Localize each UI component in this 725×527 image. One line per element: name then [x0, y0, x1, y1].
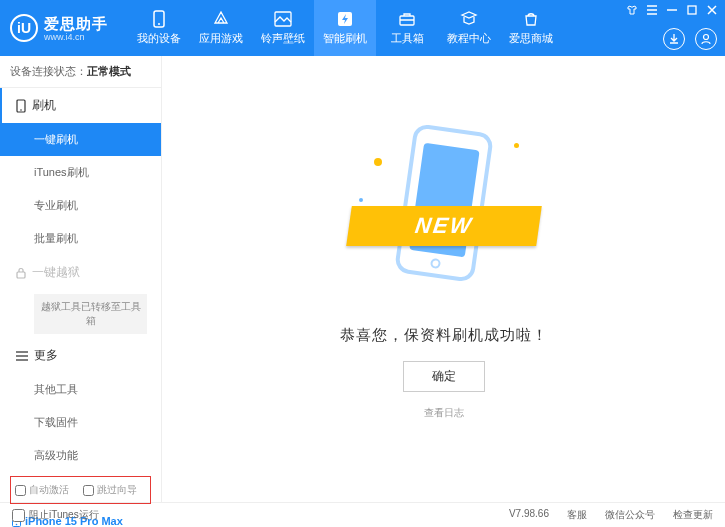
- nav-label: 工具箱: [391, 31, 424, 46]
- image-icon: [273, 10, 293, 28]
- flash-icon: [335, 10, 355, 28]
- app-subtitle: www.i4.cn: [44, 32, 108, 42]
- group-label: 一键越狱: [32, 264, 80, 281]
- svg-rect-6: [688, 6, 696, 14]
- user-icon[interactable]: [695, 28, 717, 50]
- nav-store[interactable]: 爱思商城: [500, 0, 562, 56]
- nav-toolbox[interactable]: 工具箱: [376, 0, 438, 56]
- checks-highlighted: 自动激活 跳过向导: [10, 476, 151, 504]
- nav-label: 铃声壁纸: [261, 31, 305, 46]
- status-label: 设备连接状态：: [10, 65, 87, 77]
- window-controls: [625, 3, 719, 17]
- nav-my-device[interactable]: 我的设备: [128, 0, 190, 56]
- sidebar-item-download-firmware[interactable]: 下载固件: [0, 406, 161, 439]
- checkbox[interactable]: [15, 485, 26, 496]
- menu-group-more[interactable]: 更多: [0, 338, 161, 373]
- version-label: V7.98.66: [509, 508, 549, 522]
- view-log-link[interactable]: 查看日志: [424, 406, 464, 420]
- checkbox[interactable]: [83, 485, 94, 496]
- footer-link-update[interactable]: 检查更新: [673, 508, 713, 522]
- sidebar-item-batch-flash[interactable]: 批量刷机: [0, 222, 161, 255]
- device-icon: [149, 10, 169, 28]
- status-value: 正常模式: [87, 65, 131, 77]
- phone-icon: [16, 99, 26, 113]
- svg-point-1: [158, 23, 160, 25]
- menu-group-flash[interactable]: 刷机: [0, 88, 161, 123]
- checkbox[interactable]: [12, 509, 25, 522]
- menu-icon[interactable]: [645, 3, 659, 17]
- menu-group-jailbreak: 一键越狱: [0, 255, 161, 290]
- store-icon: [521, 10, 541, 28]
- logo: iU 爱思助手 www.i4.cn: [10, 14, 108, 42]
- footer-link-support[interactable]: 客服: [567, 508, 587, 522]
- jailbreak-note: 越狱工具已转移至工具箱: [34, 294, 147, 334]
- sidebar-item-oneclick-flash[interactable]: 一键刷机: [0, 123, 161, 156]
- nav-label: 智能刷机: [323, 31, 367, 46]
- connection-status: 设备连接状态：正常模式: [0, 56, 161, 87]
- check-label: 自动激活: [29, 483, 69, 497]
- lock-icon: [16, 267, 26, 279]
- user-icons: [663, 28, 717, 50]
- check-auto-activate[interactable]: 自动激活: [15, 483, 69, 497]
- svg-point-12: [16, 524, 18, 526]
- minimize-icon[interactable]: [665, 3, 679, 17]
- footer-link-wechat[interactable]: 微信公众号: [605, 508, 655, 522]
- ok-button[interactable]: 确定: [403, 361, 485, 392]
- success-message: 恭喜您，保资料刷机成功啦！: [340, 326, 548, 345]
- svg-point-9: [20, 109, 22, 111]
- sidebar-item-pro-flash[interactable]: 专业刷机: [0, 189, 161, 222]
- download-icon[interactable]: [663, 28, 685, 50]
- sidebar-item-itunes-flash[interactable]: iTunes刷机: [0, 156, 161, 189]
- maximize-icon[interactable]: [685, 3, 699, 17]
- nav-tutorials[interactable]: 教程中心: [438, 0, 500, 56]
- app-header: iU 爱思助手 www.i4.cn 我的设备 应用游戏 铃声壁纸 智能刷机 工具…: [0, 0, 725, 56]
- group-label: 刷机: [32, 97, 56, 114]
- block-itunes-check[interactable]: 阻止iTunes运行: [12, 508, 99, 522]
- new-ribbon: NEW: [346, 206, 542, 246]
- check-skip-guide[interactable]: 跳过向导: [83, 483, 137, 497]
- check-label: 阻止iTunes运行: [29, 508, 99, 522]
- nav-ringtones[interactable]: 铃声壁纸: [252, 0, 314, 56]
- logo-icon: iU: [10, 14, 38, 42]
- group-label: 更多: [34, 347, 58, 364]
- close-icon[interactable]: [705, 3, 719, 17]
- sidebar: 设备连接状态：正常模式 刷机 一键刷机 iTunes刷机 专业刷机 批量刷机 一…: [0, 56, 162, 502]
- sidebar-item-advanced[interactable]: 高级功能: [0, 439, 161, 472]
- apps-icon: [211, 10, 231, 28]
- nav-label: 我的设备: [137, 31, 181, 46]
- success-illustration: NEW: [354, 128, 534, 298]
- svg-rect-10: [17, 272, 25, 278]
- more-icon: [16, 351, 28, 361]
- sidebar-item-other-tools[interactable]: 其他工具: [0, 373, 161, 406]
- main-nav: 我的设备 应用游戏 铃声壁纸 智能刷机 工具箱 教程中心 爱思商城: [128, 0, 562, 56]
- nav-flash[interactable]: 智能刷机: [314, 0, 376, 56]
- skin-icon[interactable]: [625, 3, 639, 17]
- main-content: NEW 恭喜您，保资料刷机成功啦！ 确定 查看日志: [162, 56, 725, 502]
- nav-label: 应用游戏: [199, 31, 243, 46]
- nav-label: 爱思商城: [509, 31, 553, 46]
- nav-apps[interactable]: 应用游戏: [190, 0, 252, 56]
- nav-label: 教程中心: [447, 31, 491, 46]
- tutorial-icon: [459, 10, 479, 28]
- svg-point-7: [704, 35, 709, 40]
- toolbox-icon: [397, 10, 417, 28]
- check-label: 跳过向导: [97, 483, 137, 497]
